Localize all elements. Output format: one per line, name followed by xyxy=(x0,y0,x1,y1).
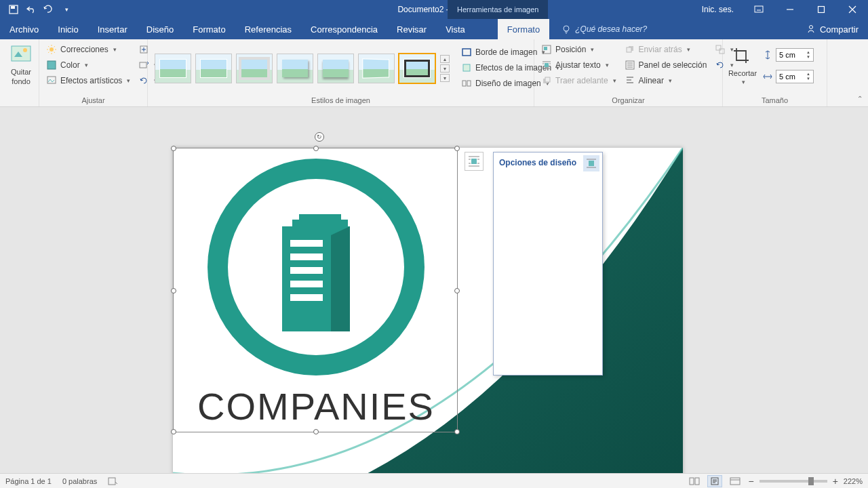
svg-rect-10 xyxy=(47,77,56,83)
redo-icon[interactable] xyxy=(43,4,54,15)
svg-rect-42 xyxy=(695,478,699,485)
resize-handle-ne[interactable] xyxy=(454,146,460,151)
save-icon[interactable] xyxy=(8,4,19,15)
svg-rect-3 xyxy=(818,7,825,13)
tab-file[interactable]: Archivo xyxy=(0,19,48,39)
group-arrange: Organizar xyxy=(538,95,718,106)
zoom-level[interactable]: 222% xyxy=(844,477,863,485)
height-input[interactable]: 5 cm▲▼ xyxy=(776,48,814,62)
close-button[interactable] xyxy=(837,0,868,19)
wrap-icon xyxy=(541,60,552,70)
svg-rect-19 xyxy=(545,63,549,67)
svg-point-4 xyxy=(564,26,569,31)
ribbon-display-options-icon[interactable] xyxy=(743,0,774,19)
resize-handle-n[interactable] xyxy=(313,146,319,151)
share-button[interactable]: Compartir xyxy=(797,19,868,39)
resize-handle-e[interactable] xyxy=(454,288,460,293)
tab-format[interactable]: Formato xyxy=(498,19,549,39)
resize-handle-sw[interactable] xyxy=(171,429,176,434)
resize-handle-nw[interactable] xyxy=(171,146,176,151)
tab-insert[interactable]: Insertar xyxy=(88,19,137,39)
svg-rect-35 xyxy=(290,281,323,287)
svg-rect-41 xyxy=(690,478,694,485)
title-bar: ▾ Documento2 - Word Herramientas de imag… xyxy=(0,0,868,19)
read-mode-button[interactable] xyxy=(687,475,702,487)
page-indicator[interactable]: Página 1 de 1 xyxy=(5,477,52,485)
svg-rect-1 xyxy=(11,6,15,9)
selection-pane-button[interactable]: Panel de selección xyxy=(622,58,710,73)
send-backward-button[interactable]: Enviar atrás▾ xyxy=(622,42,710,57)
share-label: Compartir xyxy=(820,24,859,35)
status-bar: Página 1 de 1 0 palabras − + 222% xyxy=(0,473,868,488)
remove-bg-line1: Quitar xyxy=(11,68,31,76)
resize-handle-w[interactable] xyxy=(171,288,176,293)
position-button[interactable]: Posición▾ xyxy=(538,42,619,57)
gallery-scroll[interactable]: ▴▾▾ xyxy=(439,55,450,82)
remove-background-button[interactable]: Quitar fondo xyxy=(4,42,38,85)
tab-design[interactable]: Diseño xyxy=(137,19,183,39)
color-button[interactable]: Color▾ xyxy=(43,58,133,73)
proofing-icon[interactable] xyxy=(108,476,119,486)
document-canvas[interactable]: COMPANIES ↻ Opciones de diseño xyxy=(0,107,868,473)
layout-options-button[interactable] xyxy=(465,152,484,171)
tab-review[interactable]: Revisar xyxy=(387,19,436,39)
artistic-effects-button[interactable]: Efectos artísticos▾ xyxy=(43,73,133,88)
ribbon: Quitar fondo Correcciones▾ Color▾ Efecto… xyxy=(0,39,868,107)
tab-view[interactable]: Vista xyxy=(436,19,475,39)
svg-rect-21 xyxy=(545,77,550,82)
zoom-out-button[interactable]: − xyxy=(748,476,753,487)
style-thumb-6[interactable] xyxy=(358,54,395,83)
wrap-text-button[interactable]: Ajustar texto▾ xyxy=(538,58,619,73)
svg-rect-12 xyxy=(140,62,146,68)
style-thumb-3[interactable] xyxy=(236,54,273,83)
maximize-button[interactable] xyxy=(806,0,837,19)
group-picture-styles: Estilos de imagen xyxy=(152,95,530,106)
tab-mailings[interactable]: Correspondencia xyxy=(301,19,387,39)
print-layout-button[interactable] xyxy=(707,475,722,487)
zoom-in-button[interactable]: + xyxy=(833,476,838,487)
tell-me-search[interactable]: ¿Qué desea hacer? xyxy=(549,19,797,39)
minimize-button[interactable] xyxy=(774,0,806,19)
web-layout-button[interactable] xyxy=(728,475,743,487)
qat-customize-icon[interactable]: ▾ xyxy=(61,4,72,15)
svg-rect-44 xyxy=(730,478,740,485)
style-thumb-2[interactable] xyxy=(195,54,232,83)
style-thumb-1[interactable] xyxy=(155,54,191,83)
zoom-thumb[interactable] xyxy=(808,477,814,485)
selection-pane-icon xyxy=(625,60,635,70)
width-icon xyxy=(762,71,773,82)
svg-rect-34 xyxy=(290,267,323,274)
picture-styles-gallery[interactable]: ▴▾▾ xyxy=(152,42,453,91)
effects-icon xyxy=(461,62,472,73)
align-button[interactable]: Alinear▾ xyxy=(622,73,710,88)
svg-point-5 xyxy=(809,26,812,29)
color-icon xyxy=(46,60,57,70)
tab-home[interactable]: Inicio xyxy=(48,19,87,39)
svg-rect-23 xyxy=(627,47,631,52)
width-input[interactable]: 5 cm▲▼ xyxy=(776,70,814,83)
remove-background-icon xyxy=(10,45,32,66)
style-thumb-4[interactable] xyxy=(277,54,313,83)
collapse-ribbon-icon[interactable]: ⌃ xyxy=(857,95,863,102)
tab-layout[interactable]: Formato xyxy=(183,19,235,39)
svg-rect-39 xyxy=(589,161,594,166)
border-icon xyxy=(461,47,472,58)
rotate-handle[interactable]: ↻ xyxy=(315,132,324,142)
svg-rect-30 xyxy=(292,220,348,229)
style-thumb-5[interactable] xyxy=(317,54,354,83)
word-count[interactable]: 0 palabras xyxy=(62,477,97,485)
bring-forward-button[interactable]: Traer adelante▾ xyxy=(538,73,619,88)
sign-in-button[interactable]: Inic. ses. xyxy=(692,0,743,19)
layout-inline-icon[interactable] xyxy=(583,155,599,171)
svg-rect-16 xyxy=(467,81,471,86)
resize-handle-se[interactable] xyxy=(454,429,460,434)
corrections-button[interactable]: Correcciones▾ xyxy=(43,42,133,57)
zoom-slider[interactable] xyxy=(760,480,827,483)
brightness-icon xyxy=(46,44,57,55)
resize-handle-s[interactable] xyxy=(313,429,319,434)
crop-button[interactable]: Recortar ▾ xyxy=(727,43,758,85)
tab-references[interactable]: Referencias xyxy=(235,19,301,39)
selected-image[interactable]: COMPANIES ↻ xyxy=(173,148,458,432)
undo-icon[interactable] xyxy=(26,4,37,15)
style-thumb-7[interactable] xyxy=(399,54,435,83)
